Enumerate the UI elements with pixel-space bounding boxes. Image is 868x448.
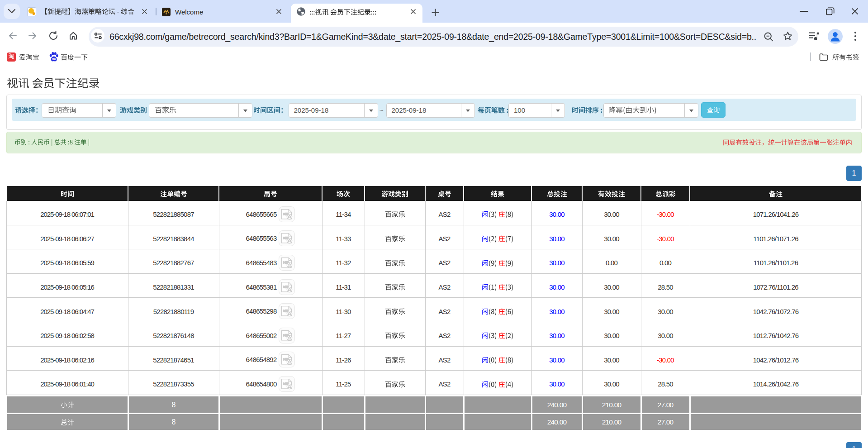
svg-text:du: du: [52, 57, 57, 61]
